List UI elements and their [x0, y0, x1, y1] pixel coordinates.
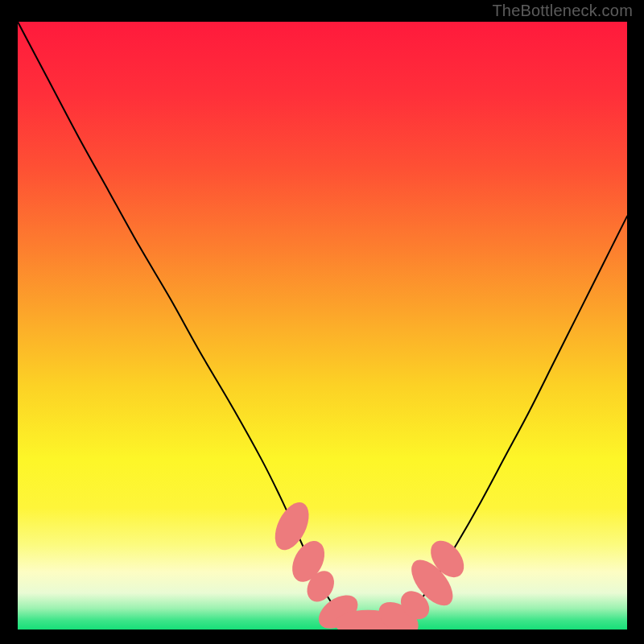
gradient-background [18, 22, 627, 630]
watermark-text: TheBottleneck.com [492, 2, 633, 20]
plot-area [18, 22, 627, 630]
plot-svg [18, 22, 627, 630]
chart-frame: TheBottleneck.com [0, 0, 644, 644]
